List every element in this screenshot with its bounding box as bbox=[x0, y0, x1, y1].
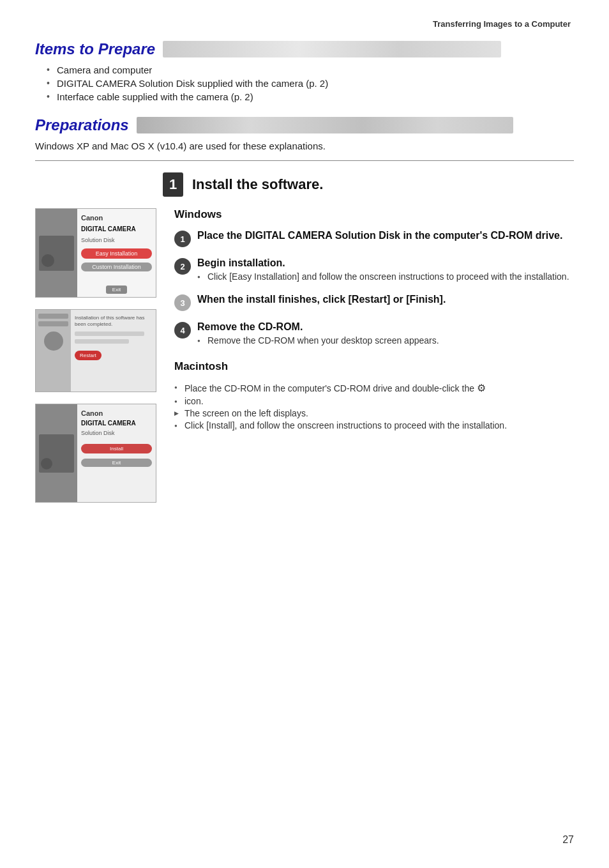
mac-exit-btn[interactable]: Exit bbox=[81, 459, 152, 467]
step-1-text: Place the DIGITAL CAMERA Solution Disk i… bbox=[197, 230, 574, 244]
restart-desc-bar2 bbox=[75, 339, 129, 344]
mac-step-2-arrow: The screen on the left displays. bbox=[174, 408, 574, 418]
cd-image-thumbnail bbox=[39, 236, 74, 271]
step-3-circle: 3 bbox=[174, 294, 191, 311]
step-4-text: Remove the CD-ROM. Remove the CD-ROM whe… bbox=[197, 321, 574, 347]
mac-cd-thumbnail bbox=[39, 434, 74, 473]
preparations-title-text: Preparations bbox=[35, 116, 129, 134]
restart-text: Installation of this software has been c… bbox=[75, 315, 152, 328]
list-item: DIGITAL CAMERA Solution Disk supplied wi… bbox=[47, 78, 574, 89]
windows-step-1: 1 Place the DIGITAL CAMERA Solution Disk… bbox=[174, 230, 574, 247]
page-number: 27 bbox=[562, 834, 574, 846]
mac-cd-left-panel bbox=[36, 404, 77, 502]
list-item: Interface cable supplied with the camera… bbox=[47, 91, 574, 102]
mac-icon-line: icon. bbox=[174, 396, 574, 406]
cd-brand: Canon bbox=[81, 214, 152, 222]
mac-step-1-bullet: Place the CD-ROM in the computer's CD-RO… bbox=[174, 382, 574, 394]
step-3-row: 3 When the install finishes, click [Rest… bbox=[174, 294, 574, 311]
mac-step-3-bullet: Click [Install], and follow the onscreen… bbox=[174, 420, 574, 430]
preparations-description: Windows XP and Mac OS X (v10.4) are used… bbox=[35, 141, 574, 151]
mac-icon-text: icon. bbox=[184, 396, 204, 406]
mac-cd-brand: Canon bbox=[81, 409, 152, 417]
step-1-number: 1 bbox=[180, 234, 184, 244]
restart-line-1 bbox=[38, 314, 68, 319]
mac-section: Macintosh Place the CD-ROM in the comput… bbox=[174, 360, 574, 430]
gear-icon: ⚙ bbox=[477, 382, 486, 394]
cd-right-panel: Canon DIGITAL CAMERA Solution Disk Easy … bbox=[77, 209, 156, 297]
restart-image: Installation of this software has been c… bbox=[35, 309, 156, 392]
cd-small-text bbox=[81, 275, 152, 282]
mac-cd-title: DIGITAL CAMERA bbox=[81, 420, 152, 427]
windows-step-3: 3 When the install finishes, click [Rest… bbox=[174, 294, 574, 311]
header-title: Transferring Images to a Computer bbox=[433, 19, 571, 29]
windows-cd-image: Canon DIGITAL CAMERA Solution Disk Easy … bbox=[35, 208, 156, 298]
cd-custom-install-btn[interactable]: Custom Installation bbox=[81, 263, 152, 271]
mac-platform-title: Macintosh bbox=[174, 360, 574, 373]
list-item: Camera and computer bbox=[47, 65, 574, 75]
restart-btn-row: Restart bbox=[75, 351, 152, 360]
step-2-bullet: Click [Easy Installation] and follow the… bbox=[197, 271, 574, 282]
windows-platform-title: Windows bbox=[174, 208, 574, 221]
step-4-number: 4 bbox=[180, 326, 184, 335]
step-3-number: 3 bbox=[180, 298, 184, 308]
mac-install-btn[interactable]: Install bbox=[81, 444, 152, 453]
items-bullet-list: Camera and computer DIGITAL CAMERA Solut… bbox=[35, 65, 574, 102]
restart-right-panel: Installation of this software has been c… bbox=[71, 310, 156, 392]
step-1-circle: 1 bbox=[174, 231, 191, 247]
cd-subtitle: Solution Disk bbox=[81, 237, 152, 243]
step-1-title: Place the DIGITAL CAMERA Solution Disk i… bbox=[197, 230, 574, 241]
items-title-bar bbox=[163, 41, 501, 57]
step-2-text: Begin installation. Click [Easy Installa… bbox=[197, 257, 574, 284]
step-3-title: When the install finishes, click [Restar… bbox=[197, 294, 574, 305]
step-1-row: 1 Place the DIGITAL CAMERA Solution Disk… bbox=[174, 230, 574, 247]
install-header: 1 Install the software. bbox=[35, 172, 574, 197]
step-2-row: 2 Begin installation. Click [Easy Instal… bbox=[174, 257, 574, 284]
restart-btn[interactable]: Restart bbox=[75, 351, 102, 360]
page: Transferring Images to a Computer Items … bbox=[0, 0, 609, 868]
mac-cd-subtitle: Solution Disk bbox=[81, 430, 152, 436]
windows-step-2: 2 Begin installation. Click [Easy Instal… bbox=[174, 257, 574, 284]
cd-left-panel bbox=[36, 209, 77, 297]
step-4-title: Remove the CD-ROM. bbox=[197, 321, 574, 333]
restart-left-panel bbox=[36, 310, 71, 392]
restart-desc-bar bbox=[75, 331, 144, 336]
step-3-text: When the install finishes, click [Restar… bbox=[197, 294, 574, 308]
install-title: Install the software. bbox=[192, 176, 323, 193]
step-2-title: Begin installation. bbox=[197, 257, 574, 269]
step-4-row: 4 Remove the CD-ROM. Remove the CD-ROM w… bbox=[174, 321, 574, 347]
items-title-text: Items to Prepare bbox=[35, 40, 155, 58]
items-to-prepare-heading: Items to Prepare bbox=[35, 40, 574, 58]
step-4-bullet: Remove the CD-ROM when your desktop scre… bbox=[197, 335, 574, 346]
step-4-circle: 4 bbox=[174, 322, 191, 339]
mac-step-3-text: Click [Install], and follow the onscreen… bbox=[184, 420, 507, 430]
install-step-number: 1 bbox=[163, 172, 183, 197]
preparations-heading: Preparations bbox=[35, 116, 574, 134]
left-images-column: Canon DIGITAL CAMERA Solution Disk Easy … bbox=[35, 208, 163, 503]
step-2-number: 2 bbox=[180, 262, 184, 271]
step-2-circle: 2 bbox=[174, 258, 191, 275]
restart-circle-icon bbox=[44, 331, 63, 351]
cd-title: DIGITAL CAMERA bbox=[81, 225, 152, 233]
mac-cd-right-panel: Canon DIGITAL CAMERA Solution Disk Insta… bbox=[77, 404, 156, 502]
mac-step-2-text: The screen on the left displays. bbox=[184, 408, 308, 418]
windows-step-4: 4 Remove the CD-ROM. Remove the CD-ROM w… bbox=[174, 321, 574, 347]
page-header: Transferring Images to a Computer bbox=[35, 19, 574, 29]
preparations-title-bar bbox=[137, 117, 513, 133]
mac-step-1-text: Place the CD-ROM in the computer's CD-RO… bbox=[184, 383, 474, 393]
right-content-column: Windows 1 Place the DIGITAL CAMERA Solut… bbox=[163, 208, 574, 503]
mac-cd-image: Canon DIGITAL CAMERA Solution Disk Insta… bbox=[35, 404, 156, 503]
section-divider bbox=[35, 160, 574, 161]
cd-exit-btn[interactable]: Exit bbox=[106, 286, 127, 294]
restart-line-2 bbox=[38, 321, 68, 326]
main-content: Canon DIGITAL CAMERA Solution Disk Easy … bbox=[35, 208, 574, 503]
cd-easy-install-btn[interactable]: Easy Installation bbox=[81, 248, 152, 259]
